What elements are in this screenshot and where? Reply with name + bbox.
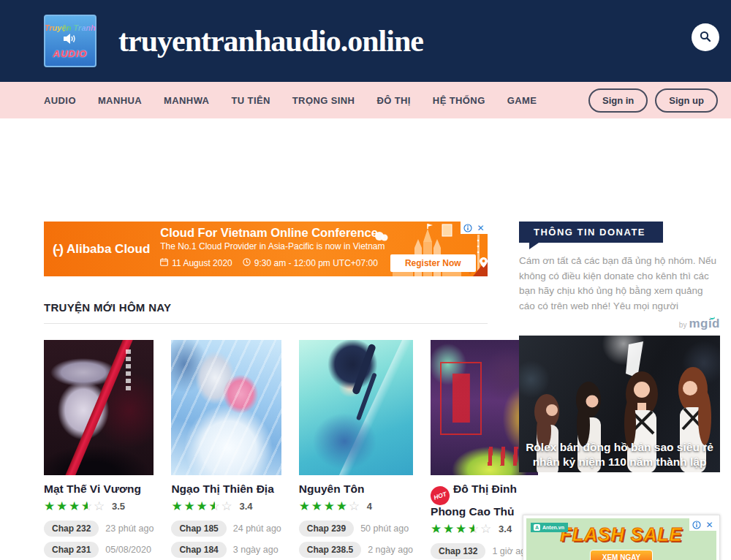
alibaba-logo-icon: (-) xyxy=(53,241,62,257)
chapter-list: Chap 185 24 phút ago Chap 184 3 ngày ago xyxy=(171,521,281,558)
star-icon: ★ xyxy=(299,500,311,512)
star-icon: ☆ xyxy=(480,523,493,535)
ad-info-icon[interactable] xyxy=(462,222,473,233)
chapter-time: 05/08/2020 xyxy=(105,545,151,555)
alibaba-ad-banner[interactable]: (-) Alibaba Cloud Cloud For Vietnam Onli… xyxy=(44,222,488,276)
chapter-row: Chap 184 3 ngày ago xyxy=(171,542,281,558)
chapter-list: Chap 239 50 phút ago Chap 238.5 2 ngày a… xyxy=(299,521,413,558)
ad-controls: ✕ xyxy=(461,222,488,234)
clock-icon xyxy=(243,258,251,268)
ad-text-block: Cloud For Vietnam Online Conference The … xyxy=(160,226,487,273)
comic-cover[interactable] xyxy=(171,340,281,475)
nav-bar: AUDIOMANHUAMANHWATU TIÊNTRỌNG SINHĐÔ THỊ… xyxy=(0,82,731,118)
chapter-button[interactable]: Chap 231 xyxy=(44,542,99,558)
chapter-button[interactable]: Chap 185 xyxy=(171,521,226,537)
star-icon: ★ xyxy=(69,500,81,512)
donate-text: Cám ơn tất cả các bạn đã ủng hộ nhóm. Nế… xyxy=(519,254,720,314)
star-icon: ★ xyxy=(183,500,196,512)
site-title[interactable]: truyentranhaudio.online xyxy=(118,23,423,58)
alibaba-cloud-logo: (-) Alibaba Cloud xyxy=(53,241,150,257)
hot-badge: HOT xyxy=(428,484,452,508)
logo-text-top: Truyện Tranh xyxy=(45,23,96,32)
location-pin-icon xyxy=(480,257,488,270)
star-icon: ☆ xyxy=(94,500,106,512)
nav-item-tu-ti-n[interactable]: TU TIÊN xyxy=(231,95,270,106)
rating-row: ★★★★☆ 4 xyxy=(299,500,413,512)
flash-sale-creative: A Anten.vn FLASH SALE XEM NGAY xyxy=(526,518,716,560)
rating-value: 3.5 xyxy=(112,501,125,512)
chapter-time: 50 phút ago xyxy=(360,523,409,534)
comics-grid: Mạt Thế Vi Vương ★★★☆★☆ 3.5 Chap 232 23 … xyxy=(44,340,488,560)
sign-in-button[interactable]: Sign in xyxy=(588,88,648,113)
flash-close-icon[interactable]: ✕ xyxy=(704,519,715,530)
nav-item-tr-ng-sinh[interactable]: TRỌNG SINH xyxy=(292,95,355,106)
ad-title: Cloud For Vietnam Online Conference xyxy=(160,226,487,240)
star-icon: ★ xyxy=(324,500,336,512)
donate-ribbon: THÔNG TIN DONATE xyxy=(519,222,663,243)
ad-time: 9:30 am - 12:00 pm UTC+07:00 xyxy=(254,258,378,268)
ad-date: 11 August 2020 xyxy=(172,258,232,268)
rating-value: 3.4 xyxy=(499,523,512,534)
flash-sale-ad[interactable]: A Anten.vn FLASH SALE XEM NGAY xyxy=(523,515,720,560)
star-rating: ★★★☆★☆ xyxy=(431,523,493,535)
star-icon: ★ xyxy=(44,500,56,512)
sidebar: THÔNG TIN DONATE Cám ơn tất cả các bạn đ… xyxy=(519,222,720,560)
chapter-row: Chap 238.5 2 ngày ago xyxy=(299,542,413,558)
comic-title[interactable]: Ngạo Thị Thiên Địa xyxy=(171,483,281,496)
comic-card: Mạt Thế Vi Vương ★★★☆★☆ 3.5 Chap 232 23 … xyxy=(44,340,154,560)
comic-title[interactable]: Nguyên Tôn xyxy=(299,483,413,496)
chapter-time: 2 ngày ago xyxy=(368,545,413,555)
section-divider xyxy=(44,323,488,324)
advertiser-logo-icon: A xyxy=(534,524,540,531)
chapter-row: Chap 232 23 phút ago xyxy=(44,521,154,537)
ad-subtitle: The No.1 Cloud Provider in Asia-Pacific … xyxy=(160,241,487,251)
nav-item-audio[interactable]: AUDIO xyxy=(44,95,76,106)
comic-cover[interactable] xyxy=(44,340,154,475)
rating-value: 3.4 xyxy=(239,501,252,512)
chapter-button[interactable]: Chap 239 xyxy=(299,521,354,537)
chapter-button[interactable]: Chap 132 xyxy=(431,543,485,559)
chapter-button[interactable]: Chap 232 xyxy=(44,521,99,537)
star-icon: ★ xyxy=(455,523,468,535)
star-icon: ☆ xyxy=(349,500,361,512)
chapter-time: 24 phút ago xyxy=(233,523,281,534)
ad-close-icon[interactable]: ✕ xyxy=(475,222,486,233)
content: (-) Alibaba Cloud Cloud For Vietnam Onli… xyxy=(44,222,731,560)
xem-ngay-button[interactable]: XEM NGAY xyxy=(590,550,653,560)
star-icon: ★ xyxy=(443,523,455,535)
comic-cover[interactable] xyxy=(299,340,413,475)
rating-row: ★★★☆★☆ 3.5 xyxy=(44,500,154,512)
nav-item-h-th-ng[interactable]: HỆ THỐNG xyxy=(433,95,485,106)
magnifier-icon xyxy=(699,30,712,45)
chapter-time: 23 phút ago xyxy=(105,523,154,534)
chapter-button[interactable]: Chap 184 xyxy=(171,542,226,558)
register-now-button[interactable]: Register Now xyxy=(390,254,476,272)
nav-item-game[interactable]: GAME xyxy=(507,95,537,106)
star-rating: ★★★☆★☆ xyxy=(44,500,106,512)
star-icon: ☆★ xyxy=(208,500,221,512)
star-icon: ★ xyxy=(196,500,208,512)
star-icon: ☆★ xyxy=(468,523,480,535)
header: Truyện Tranh AUDIO truyentranhaudio.onli… xyxy=(0,0,731,82)
calendar-icon xyxy=(160,258,168,268)
flash-ad-controls: ✕ xyxy=(689,518,716,531)
search-button[interactable] xyxy=(692,23,719,51)
site-logo[interactable]: Truyện Tranh AUDIO xyxy=(44,15,96,67)
star-icon: ★ xyxy=(336,500,349,512)
section-title: TRUYỆN MỚI HÔM NAY xyxy=(44,301,488,314)
star-icon: ★ xyxy=(311,500,324,512)
chapter-button[interactable]: Chap 238.5 xyxy=(299,542,361,558)
comic-title[interactable]: Mạt Thế Vi Vương xyxy=(44,483,154,496)
mgid-attribution[interactable]: bymgid xyxy=(519,317,720,331)
rolex-native-ad[interactable]: Rolex bán đồng hồ bản sao siêu rẻ nhân k… xyxy=(519,336,720,472)
nav-item--th-[interactable]: ĐÔ THỊ xyxy=(376,95,410,106)
advertiser-badge: A Anten.vn xyxy=(531,523,568,532)
nav-item-manhua[interactable]: MANHUA xyxy=(98,95,142,106)
nav-menu: AUDIOMANHUAMANHWATU TIÊNTRỌNG SINHĐÔ THỊ… xyxy=(44,95,537,106)
flash-info-icon[interactable] xyxy=(691,519,702,530)
chapter-row: Chap 185 24 phút ago xyxy=(171,521,281,537)
speaker-icon xyxy=(64,34,77,47)
sign-up-button[interactable]: Sign up xyxy=(655,88,718,113)
nav-item-manhwa[interactable]: MANHWA xyxy=(164,95,209,106)
chapter-row: Chap 239 50 phút ago xyxy=(299,521,413,537)
